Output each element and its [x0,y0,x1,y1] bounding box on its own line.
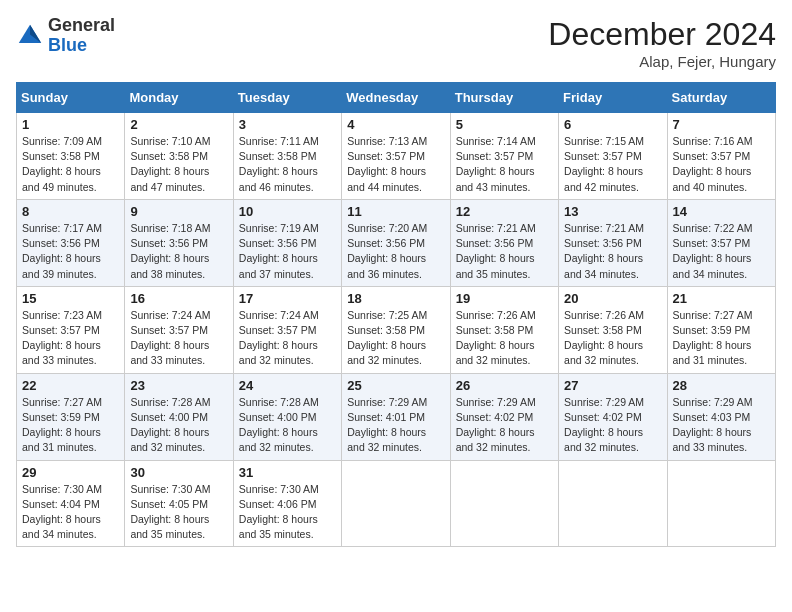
location: Alap, Fejer, Hungary [548,53,776,70]
day-number: 25 [347,378,444,393]
day-info: Sunrise: 7:26 AM Sunset: 3:58 PM Dayligh… [564,308,661,369]
day-number: 19 [456,291,553,306]
day-cell: 4 Sunrise: 7:13 AM Sunset: 3:57 PM Dayli… [342,113,450,200]
day-cell: 22 Sunrise: 7:27 AM Sunset: 3:59 PM Dayl… [17,373,125,460]
day-cell: 1 Sunrise: 7:09 AM Sunset: 3:58 PM Dayli… [17,113,125,200]
logo-general: General [48,15,115,35]
day-info: Sunrise: 7:29 AM Sunset: 4:03 PM Dayligh… [673,395,770,456]
day-info: Sunrise: 7:11 AM Sunset: 3:58 PM Dayligh… [239,134,336,195]
day-cell: 27 Sunrise: 7:29 AM Sunset: 4:02 PM Dayl… [559,373,667,460]
day-cell: 7 Sunrise: 7:16 AM Sunset: 3:57 PM Dayli… [667,113,775,200]
week-row-4: 22 Sunrise: 7:27 AM Sunset: 3:59 PM Dayl… [17,373,776,460]
day-info: Sunrise: 7:09 AM Sunset: 3:58 PM Dayligh… [22,134,119,195]
week-row-2: 8 Sunrise: 7:17 AM Sunset: 3:56 PM Dayli… [17,199,776,286]
day-cell: 31 Sunrise: 7:30 AM Sunset: 4:06 PM Dayl… [233,460,341,547]
day-info: Sunrise: 7:20 AM Sunset: 3:56 PM Dayligh… [347,221,444,282]
title-block: December 2024 Alap, Fejer, Hungary [548,16,776,70]
day-info: Sunrise: 7:23 AM Sunset: 3:57 PM Dayligh… [22,308,119,369]
day-info: Sunrise: 7:25 AM Sunset: 3:58 PM Dayligh… [347,308,444,369]
day-cell: 10 Sunrise: 7:19 AM Sunset: 3:56 PM Dayl… [233,199,341,286]
day-info: Sunrise: 7:17 AM Sunset: 3:56 PM Dayligh… [22,221,119,282]
day-number: 1 [22,117,119,132]
day-cell: 20 Sunrise: 7:26 AM Sunset: 3:58 PM Dayl… [559,286,667,373]
page-header: General Blue December 2024 Alap, Fejer, … [16,16,776,70]
day-number: 5 [456,117,553,132]
day-info: Sunrise: 7:30 AM Sunset: 4:05 PM Dayligh… [130,482,227,543]
day-number: 6 [564,117,661,132]
day-cell: 29 Sunrise: 7:30 AM Sunset: 4:04 PM Dayl… [17,460,125,547]
day-number: 11 [347,204,444,219]
day-info: Sunrise: 7:19 AM Sunset: 3:56 PM Dayligh… [239,221,336,282]
day-cell: 28 Sunrise: 7:29 AM Sunset: 4:03 PM Dayl… [667,373,775,460]
day-number: 24 [239,378,336,393]
day-info: Sunrise: 7:30 AM Sunset: 4:06 PM Dayligh… [239,482,336,543]
weekday-header-row: SundayMondayTuesdayWednesdayThursdayFrid… [17,83,776,113]
day-number: 9 [130,204,227,219]
day-info: Sunrise: 7:29 AM Sunset: 4:01 PM Dayligh… [347,395,444,456]
day-number: 18 [347,291,444,306]
day-number: 10 [239,204,336,219]
month-title: December 2024 [548,16,776,53]
day-info: Sunrise: 7:28 AM Sunset: 4:00 PM Dayligh… [130,395,227,456]
day-number: 28 [673,378,770,393]
day-cell: 24 Sunrise: 7:28 AM Sunset: 4:00 PM Dayl… [233,373,341,460]
day-cell: 26 Sunrise: 7:29 AM Sunset: 4:02 PM Dayl… [450,373,558,460]
logo-blue: Blue [48,35,87,55]
day-number: 16 [130,291,227,306]
day-cell: 3 Sunrise: 7:11 AM Sunset: 3:58 PM Dayli… [233,113,341,200]
day-number: 31 [239,465,336,480]
day-number: 8 [22,204,119,219]
week-row-3: 15 Sunrise: 7:23 AM Sunset: 3:57 PM Dayl… [17,286,776,373]
day-number: 30 [130,465,227,480]
day-cell: 15 Sunrise: 7:23 AM Sunset: 3:57 PM Dayl… [17,286,125,373]
day-info: Sunrise: 7:21 AM Sunset: 3:56 PM Dayligh… [564,221,661,282]
day-cell: 8 Sunrise: 7:17 AM Sunset: 3:56 PM Dayli… [17,199,125,286]
day-info: Sunrise: 7:29 AM Sunset: 4:02 PM Dayligh… [564,395,661,456]
week-row-1: 1 Sunrise: 7:09 AM Sunset: 3:58 PM Dayli… [17,113,776,200]
day-info: Sunrise: 7:16 AM Sunset: 3:57 PM Dayligh… [673,134,770,195]
day-number: 29 [22,465,119,480]
header-saturday: Saturday [667,83,775,113]
day-number: 26 [456,378,553,393]
header-friday: Friday [559,83,667,113]
day-cell: 9 Sunrise: 7:18 AM Sunset: 3:56 PM Dayli… [125,199,233,286]
day-cell: 13 Sunrise: 7:21 AM Sunset: 3:56 PM Dayl… [559,199,667,286]
day-cell: 30 Sunrise: 7:30 AM Sunset: 4:05 PM Dayl… [125,460,233,547]
day-info: Sunrise: 7:14 AM Sunset: 3:57 PM Dayligh… [456,134,553,195]
day-cell: 19 Sunrise: 7:26 AM Sunset: 3:58 PM Dayl… [450,286,558,373]
day-cell [342,460,450,547]
logo-icon [16,22,44,50]
day-info: Sunrise: 7:18 AM Sunset: 3:56 PM Dayligh… [130,221,227,282]
day-cell [450,460,558,547]
day-cell: 16 Sunrise: 7:24 AM Sunset: 3:57 PM Dayl… [125,286,233,373]
logo: General Blue [16,16,115,56]
day-info: Sunrise: 7:26 AM Sunset: 3:58 PM Dayligh… [456,308,553,369]
day-number: 3 [239,117,336,132]
day-cell [559,460,667,547]
day-info: Sunrise: 7:30 AM Sunset: 4:04 PM Dayligh… [22,482,119,543]
day-cell: 2 Sunrise: 7:10 AM Sunset: 3:58 PM Dayli… [125,113,233,200]
day-number: 17 [239,291,336,306]
day-info: Sunrise: 7:28 AM Sunset: 4:00 PM Dayligh… [239,395,336,456]
day-number: 15 [22,291,119,306]
day-info: Sunrise: 7:27 AM Sunset: 3:59 PM Dayligh… [673,308,770,369]
day-cell: 12 Sunrise: 7:21 AM Sunset: 3:56 PM Dayl… [450,199,558,286]
day-info: Sunrise: 7:22 AM Sunset: 3:57 PM Dayligh… [673,221,770,282]
day-cell: 18 Sunrise: 7:25 AM Sunset: 3:58 PM Dayl… [342,286,450,373]
day-cell: 6 Sunrise: 7:15 AM Sunset: 3:57 PM Dayli… [559,113,667,200]
day-info: Sunrise: 7:10 AM Sunset: 3:58 PM Dayligh… [130,134,227,195]
calendar-table: SundayMondayTuesdayWednesdayThursdayFrid… [16,82,776,547]
day-number: 4 [347,117,444,132]
day-cell: 14 Sunrise: 7:22 AM Sunset: 3:57 PM Dayl… [667,199,775,286]
day-number: 14 [673,204,770,219]
day-info: Sunrise: 7:21 AM Sunset: 3:56 PM Dayligh… [456,221,553,282]
day-cell: 5 Sunrise: 7:14 AM Sunset: 3:57 PM Dayli… [450,113,558,200]
day-number: 20 [564,291,661,306]
header-thursday: Thursday [450,83,558,113]
day-number: 13 [564,204,661,219]
header-sunday: Sunday [17,83,125,113]
day-info: Sunrise: 7:24 AM Sunset: 3:57 PM Dayligh… [239,308,336,369]
day-info: Sunrise: 7:13 AM Sunset: 3:57 PM Dayligh… [347,134,444,195]
day-number: 12 [456,204,553,219]
header-monday: Monday [125,83,233,113]
